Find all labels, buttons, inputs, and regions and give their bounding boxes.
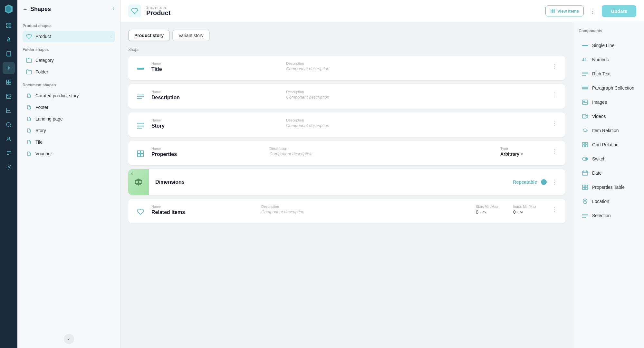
svg-rect-3 [9, 23, 11, 25]
sidebar-item-voucher[interactable]: Voucher [23, 148, 115, 160]
svg-rect-48 [582, 114, 586, 118]
shape-section-label: Shape [128, 47, 565, 52]
category-label: Category [35, 58, 112, 63]
svg-point-16 [8, 167, 10, 168]
nav-grid[interactable] [3, 76, 15, 88]
svg-rect-59 [582, 185, 585, 187]
nav-rocket[interactable] [3, 34, 15, 46]
properties-type-selector[interactable]: Arbitrary ▾ [500, 151, 545, 157]
nav-book[interactable] [3, 48, 15, 60]
rich-text-label: Rich Text [592, 71, 610, 76]
dimensions-more-button[interactable]: ⋮ [551, 177, 559, 187]
dimensions-header: 4 Dimensions Repeatable ⋮ [128, 169, 565, 195]
sidebar-item-story[interactable]: Story [23, 125, 115, 136]
nav-shapes[interactable] [3, 62, 15, 74]
title-more-button[interactable]: ⋮ [551, 62, 559, 71]
component-type-properties-table[interactable]: Properties Table [579, 180, 639, 194]
svg-point-15 [8, 137, 10, 139]
back-button[interactable]: ← [23, 6, 28, 12]
title-desc-area: Description Component description [286, 62, 545, 71]
dimensions-icon [135, 178, 142, 186]
component-type-item-relation[interactable]: Item Relation [579, 123, 639, 138]
svg-rect-49 [582, 142, 585, 144]
repeatable-toggle[interactable] [541, 179, 547, 185]
properties-more-button[interactable]: ⋮ [551, 147, 559, 156]
related-more-button[interactable]: ⋮ [551, 205, 559, 214]
svg-rect-30 [141, 151, 143, 153]
tab-product-story[interactable]: Product story [128, 30, 170, 41]
related-desc-label: Description [261, 205, 471, 208]
nav-user[interactable] [3, 133, 15, 145]
story-desc-label: Description [286, 118, 545, 122]
description-more-button[interactable]: ⋮ [551, 90, 559, 100]
shape-name: Product [146, 9, 171, 17]
more-options-button[interactable]: ⋮ [587, 6, 599, 16]
svg-rect-60 [585, 185, 588, 187]
paragraph-collection-label: Paragraph Collection [592, 85, 634, 91]
components-panel-title: Components [579, 29, 639, 33]
nav-text[interactable] [3, 147, 15, 159]
component-type-grid-relation[interactable]: Grid Relation [579, 138, 639, 152]
component-type-paragraph-collection[interactable]: Paragraph Collection [579, 81, 639, 95]
nav-dashboard[interactable] [3, 19, 15, 32]
document-shapes-label: Document shapes [23, 83, 115, 87]
component-type-selection[interactable]: Selection [579, 208, 639, 223]
right-panel: Components Single Line 42 Numeric [573, 22, 644, 348]
component-type-rich-text[interactable]: Rich Text [579, 67, 639, 81]
tab-variant-story[interactable]: Variant story [172, 30, 210, 41]
selection-icon [581, 212, 589, 219]
view-items-button[interactable]: View items [545, 5, 584, 16]
voucher-label: Voucher [35, 151, 112, 156]
component-type-location[interactable]: Location [579, 194, 639, 208]
dimensions-count: 4 [131, 172, 133, 176]
item-relation-icon [581, 127, 589, 134]
properties-table-label: Properties Table [592, 185, 625, 190]
title-desc-label: Description [286, 62, 545, 65]
repeatable-button[interactable]: Repeatable [513, 179, 537, 185]
content-area: Product story Variant story Shape Name T… [120, 22, 644, 348]
description-desc-placeholder: Component description [286, 95, 545, 100]
related-desc-area: Description Component description [261, 205, 471, 214]
properties-table-icon [581, 183, 589, 191]
svg-rect-18 [553, 9, 555, 11]
svg-rect-62 [585, 188, 588, 189]
related-items-component-card: Name Related items Description Component… [128, 199, 565, 223]
sidebar-item-footer[interactable]: Footer [23, 102, 115, 113]
sidebar-item-tile[interactable]: Tile [23, 136, 115, 148]
dimensions-body: Dimensions Repeatable ⋮ [149, 171, 565, 193]
nav-image[interactable] [3, 90, 15, 102]
component-type-single-line[interactable]: Single Line [579, 38, 639, 53]
location-icon [581, 198, 589, 205]
update-button[interactable]: Update [602, 5, 636, 17]
component-type-switch[interactable]: Switch [579, 152, 639, 166]
add-shape-button[interactable]: + [111, 6, 115, 13]
location-label: Location [592, 199, 609, 204]
sidebar-item-category[interactable]: Category [23, 54, 115, 66]
top-bar: Shape name Product View items ⋮ Update [120, 0, 644, 22]
story-more-button[interactable]: ⋮ [551, 118, 559, 128]
description-name: Description [151, 95, 281, 101]
sidebar-item-curated[interactable]: Curated product story [23, 90, 115, 102]
story-desc-area: Description Component description [286, 118, 545, 128]
svg-rect-9 [9, 80, 11, 82]
component-type-date[interactable]: Date [579, 166, 639, 180]
collapse-sidebar-button[interactable]: ‹ [64, 334, 74, 344]
sidebar-item-landing[interactable]: Landing page [23, 113, 115, 125]
single-line-icon [581, 42, 589, 49]
sidebar-item-folder[interactable]: Folder [23, 66, 115, 78]
component-type-videos[interactable]: Videos [579, 109, 639, 123]
story-component-card: Name Story Description Component descrip… [128, 112, 565, 137]
properties-component-icon [135, 148, 146, 160]
dimensions-controls: Repeatable ⋮ [513, 177, 559, 187]
nav-search[interactable] [3, 119, 15, 131]
component-type-numeric[interactable]: 42 Numeric [579, 53, 639, 67]
product-chevron: ‹ [111, 34, 112, 39]
story-icon [26, 127, 32, 134]
description-name-area: Name Description [151, 90, 281, 101]
view-items-label: View items [557, 9, 579, 14]
sidebar-item-product[interactable]: Product ‹ [23, 31, 115, 42]
numeric-icon: 42 [581, 56, 589, 63]
nav-settings[interactable] [3, 161, 15, 173]
nav-analytics[interactable] [3, 104, 15, 117]
component-type-images[interactable]: Images [579, 95, 639, 109]
